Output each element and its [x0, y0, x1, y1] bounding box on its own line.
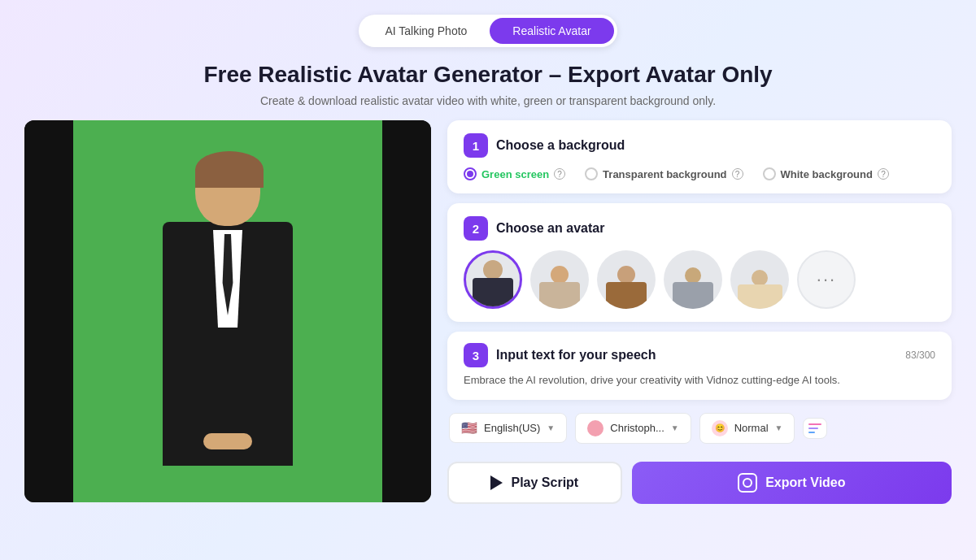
av2-head [551, 266, 569, 284]
voice-label: Christoph... [610, 422, 664, 434]
step3-title: Input text for your speech [496, 348, 656, 362]
avatar-preview [146, 153, 309, 502]
language-dropdown[interactable]: 🇺🇸 English(US) ▼ [449, 413, 567, 443]
step2-header: 2 Choose an avatar [464, 216, 935, 241]
export-video-button[interactable]: Export Video [632, 462, 952, 504]
avatar-option-1[interactable] [464, 250, 522, 309]
step2-title: Choose an avatar [496, 221, 604, 236]
avatar-person-2 [530, 250, 589, 309]
avatar-person-1 [466, 253, 520, 306]
play-script-button[interactable]: Play Script [447, 462, 622, 504]
av4-body [673, 282, 713, 309]
avatar-option-2[interactable] [530, 250, 589, 309]
step1-header: 1 Choose a backgroud [464, 133, 935, 158]
av5-body [738, 284, 782, 309]
action-buttons: Play Script Export Video [447, 462, 952, 504]
play-label: Play Script [511, 475, 578, 490]
voice-dropdown[interactable]: Christoph... ▼ [575, 413, 691, 444]
step2-card: 2 Choose an avatar [447, 203, 952, 322]
speed-label: Normal [734, 422, 769, 434]
bg-option-green[interactable]: Green screen ? [464, 167, 565, 180]
voice-avatar-icon [587, 420, 603, 436]
bg-option-white[interactable]: White background ? [763, 167, 889, 180]
avatar-option-4[interactable] [664, 250, 722, 309]
avatar-body [163, 222, 293, 466]
main-title: Free Realistic Avatar Generator – Export… [0, 62, 976, 88]
av4-head [685, 267, 701, 284]
voice-chevron-icon: ▼ [671, 423, 679, 432]
radio-green[interactable] [464, 167, 477, 180]
av3-body [606, 282, 647, 309]
export-icon [738, 473, 757, 493]
help-transparent-icon[interactable]: ? [732, 168, 743, 180]
header: AI Talking Photo Realistic Avatar [0, 0, 976, 59]
title-section: Free Realistic Avatar Generator – Export… [0, 59, 976, 120]
step3-header-left: 3 Input text for your speech [464, 343, 656, 367]
avatar-option-5[interactable] [730, 250, 789, 309]
bottom-controls: 🇺🇸 English(US) ▼ Christoph... ▼ 😊 Normal… [447, 413, 952, 444]
avatar-person-5 [730, 250, 789, 309]
bg-options: Green screen ? Transparent background ? … [464, 167, 935, 180]
line-1 [808, 423, 821, 425]
av1-body [473, 278, 513, 306]
step1-title: Choose a backgroud [496, 138, 625, 153]
language-label: English(US) [484, 422, 540, 434]
radio-white[interactable] [763, 167, 776, 180]
tab-realistic-avatar[interactable]: Realistic Avatar [490, 18, 613, 44]
line-2 [808, 428, 818, 429]
flag-icon: 🇺🇸 [461, 420, 477, 436]
main-content: 1 Choose a backgroud Green screen ? Tran… [0, 120, 976, 510]
help-white-icon[interactable]: ? [878, 168, 889, 180]
bg-option-transparent[interactable]: Transparent background ? [585, 167, 743, 180]
step1-card: 1 Choose a backgroud Green screen ? Tran… [447, 120, 952, 193]
bg-label-green: Green screen [481, 168, 549, 180]
step2-badge: 2 [464, 216, 488, 241]
export-label: Export Video [765, 475, 845, 490]
avatar-hands [203, 433, 252, 449]
speech-text[interactable]: Embrace the AI revolution, drive your cr… [464, 372, 935, 389]
help-green-icon[interactable]: ? [554, 168, 565, 180]
avatar-row: ··· [464, 250, 935, 309]
tab-container: AI Talking Photo Realistic Avatar [359, 15, 617, 47]
radio-transparent[interactable] [585, 167, 598, 180]
bg-label-white: White background [781, 168, 873, 180]
av2-body [539, 282, 580, 309]
step1-badge: 1 [464, 133, 488, 158]
line-3 [808, 432, 815, 433]
right-panel: 1 Choose a backgroud Green screen ? Tran… [447, 120, 952, 510]
avatar-option-3[interactable] [597, 250, 656, 309]
step3-header: 3 Input text for your speech 83/300 [464, 343, 935, 367]
green-background [73, 120, 382, 502]
avatar-person-3 [597, 250, 656, 309]
avatar-more-button[interactable]: ··· [797, 250, 856, 309]
preview-inner [24, 120, 431, 502]
char-count: 83/300 [905, 349, 935, 361]
preview-panel [24, 120, 431, 502]
avatar-head [195, 153, 260, 226]
bg-label-transparent: Transparent background [603, 168, 726, 180]
text-style-button[interactable] [803, 418, 827, 439]
step3-card: 3 Input text for your speech 83/300 Embr… [447, 332, 952, 400]
play-icon [490, 475, 503, 490]
lang-chevron-icon: ▼ [547, 423, 555, 432]
av5-head [752, 270, 768, 286]
subtitle: Create & download realistic avatar video… [0, 94, 976, 107]
tab-ai-talking-photo[interactable]: AI Talking Photo [362, 18, 490, 44]
avatar-person-4 [664, 250, 722, 309]
speed-dropdown[interactable]: 😊 Normal ▼ [699, 413, 795, 444]
step3-badge: 3 [464, 343, 488, 367]
av1-head [483, 260, 503, 280]
speed-chevron-icon: ▼ [775, 423, 783, 432]
avatar-hair [195, 151, 264, 188]
av3-head [617, 266, 635, 284]
speed-icon: 😊 [712, 420, 728, 436]
